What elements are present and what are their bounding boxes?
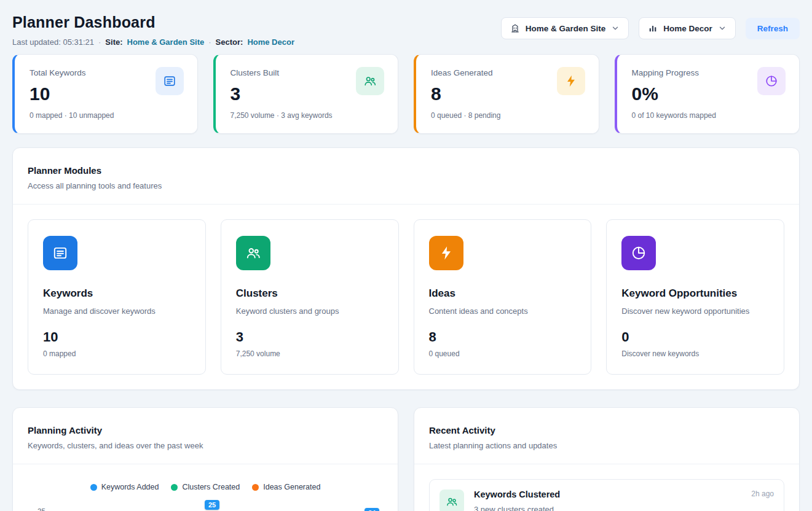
header-meta: Last updated: 05:31:21 · Site: Home & Ga…	[12, 37, 294, 47]
planning-activity-header: Planning Activity Keywords, clusters, an…	[13, 408, 398, 464]
module-title: Ideas	[429, 287, 577, 300]
stat-caption: 0 mapped · 10 unmapped	[30, 111, 183, 120]
module-card-keywords[interactable]: Keywords Manage and discover keywords 10…	[28, 219, 206, 375]
site-dropdown-label: Home & Garden Site	[526, 24, 606, 33]
module-value: 0	[621, 329, 769, 345]
module-value: 3	[236, 329, 384, 345]
stat-card-clusters-built: Clusters Built 3 7,250 volume · 3 avg ke…	[213, 54, 399, 134]
refresh-button[interactable]: Refresh	[746, 18, 800, 39]
module-caption: 0 queued	[429, 349, 577, 358]
activity-timestamp: 2h ago	[751, 490, 774, 498]
sector-dropdown-label: Home Decor	[663, 24, 712, 33]
activity-description: 3 new clusters created	[474, 505, 741, 511]
legend-label: Keywords Added	[101, 483, 159, 491]
pie-icon	[757, 67, 786, 95]
list-icon	[156, 67, 184, 95]
bar-chart-icon	[648, 23, 658, 33]
site-dropdown[interactable]: Home & Garden Site	[501, 17, 629, 39]
module-title: Clusters	[236, 287, 384, 300]
list-icon	[43, 236, 77, 270]
module-description: Manage and discover keywords	[43, 306, 191, 316]
site-link[interactable]: Home & Garden Site	[127, 37, 205, 47]
divider	[13, 464, 398, 464]
stats-row: Total Keywords 10 0 mapped · 10 unmapped…	[12, 54, 800, 134]
activity-body: Keywords Clustered 3 new clusters create…	[474, 490, 741, 511]
legend-label: Clusters Created	[182, 483, 240, 491]
modules-grid: Keywords Manage and discover keywords 10…	[13, 205, 799, 389]
activity-title: Keywords Clustered	[474, 490, 741, 499]
site-label: Site:	[105, 37, 122, 47]
stat-card-total-keywords: Total Keywords 10 0 mapped · 10 unmapped	[12, 54, 198, 134]
chevron-down-icon	[611, 24, 620, 33]
chevron-down-icon	[718, 24, 727, 33]
module-value: 10	[43, 329, 191, 345]
module-title: Keywords	[43, 287, 191, 300]
recent-activity-header: Recent Activity Latest planning actions …	[414, 408, 799, 464]
header-controls: Home & Garden Site Home Decor Refresh	[501, 17, 800, 39]
stat-caption: 7,250 volume · 3 avg keywords	[231, 111, 384, 120]
legend-item-ideas-generated[interactable]: Ideas Generated	[252, 483, 320, 491]
data-point-label: 25	[205, 500, 219, 510]
recent-activity-title: Recent Activity	[429, 425, 784, 435]
legend-dot-green	[171, 484, 178, 491]
header-left: Planner Dashboard Last updated: 05:31:21…	[12, 14, 294, 47]
recent-activity-card: Recent Activity Latest planning actions …	[414, 407, 800, 511]
bolt-icon	[557, 67, 585, 95]
last-updated-text: Last updated: 05:31:21	[12, 37, 94, 47]
module-card-ideas[interactable]: Ideas Content ideas and concepts 8 0 que…	[414, 219, 592, 375]
recent-activity-subtitle: Latest planning actions and updates	[429, 441, 784, 450]
legend-item-clusters-created[interactable]: Clusters Created	[171, 483, 240, 491]
bottom-row: Planning Activity Keywords, clusters, an…	[12, 407, 800, 511]
pie-icon	[621, 236, 656, 270]
module-title: Keyword Opportunities	[621, 287, 769, 300]
sector-dropdown[interactable]: Home Decor	[639, 17, 736, 39]
module-caption: Discover new keywords	[621, 349, 769, 358]
module-description: Discover new keyword opportunities	[621, 306, 769, 316]
legend-dot-blue	[90, 484, 97, 491]
sector-link[interactable]: Home Decor	[247, 37, 294, 47]
page-title: Planner Dashboard	[12, 14, 294, 31]
meta-separator: ·	[98, 37, 101, 47]
module-description: Keyword clusters and groups	[236, 306, 384, 316]
planner-dashboard-page: Planner Dashboard Last updated: 05:31:21…	[0, 0, 812, 511]
activity-item-keywords-clustered[interactable]: Keywords Clustered 3 new clusters create…	[429, 479, 784, 511]
chart-legend: Keywords Added Clusters Created Ideas Ge…	[13, 483, 398, 491]
legend-dot-orange	[252, 484, 259, 491]
bolt-icon	[429, 236, 463, 270]
module-value: 8	[429, 329, 577, 345]
planning-activity-title: Planning Activity	[28, 425, 383, 435]
stat-caption: 0 queued · 8 pending	[431, 111, 584, 120]
module-card-keyword-opportunities[interactable]: Keyword Opportunities Discover new keywo…	[606, 219, 784, 375]
building-icon	[510, 23, 520, 33]
legend-label: Ideas Generated	[263, 483, 320, 491]
modules-title: Planner Modules	[28, 165, 784, 176]
modules-header: Planner Modules Access all planning tool…	[13, 148, 799, 204]
users-icon	[356, 67, 384, 95]
stat-card-ideas-generated: Ideas Generated 8 0 queued · 8 pending	[414, 54, 599, 134]
modules-subtitle: Access all planning tools and features	[28, 181, 784, 190]
recent-activity-list: Keywords Clustered 3 new clusters create…	[414, 464, 799, 511]
module-caption: 0 mapped	[43, 349, 191, 358]
meta-separator: ·	[208, 37, 211, 47]
stat-card-mapping-progress: Mapping Progress 0% 0 of 10 keywords map…	[615, 54, 800, 134]
planning-activity-subtitle: Keywords, clusters, and ideas over the p…	[28, 441, 383, 450]
planning-activity-chart: 25 25 24	[13, 500, 398, 511]
sector-label: Sector:	[216, 37, 243, 47]
module-caption: 7,250 volume	[236, 349, 384, 358]
data-point-label: 24	[365, 508, 379, 511]
page-header: Planner Dashboard Last updated: 05:31:21…	[12, 14, 800, 47]
users-icon	[236, 236, 270, 270]
legend-item-keywords-added[interactable]: Keywords Added	[90, 483, 159, 491]
module-card-clusters[interactable]: Clusters Keyword clusters and groups 3 7…	[221, 219, 399, 375]
stat-caption: 0 of 10 keywords mapped	[632, 111, 785, 120]
planning-activity-card: Planning Activity Keywords, clusters, an…	[12, 407, 398, 511]
planner-modules-section: Planner Modules Access all planning tool…	[12, 147, 800, 390]
module-description: Content ideas and concepts	[429, 306, 577, 316]
users-icon	[440, 490, 464, 511]
